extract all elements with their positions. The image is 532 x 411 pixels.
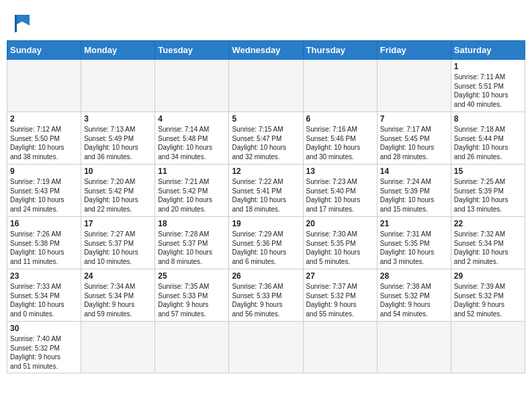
weekday-header-monday: Monday <box>81 41 155 60</box>
calendar-cell <box>155 60 229 112</box>
calendar-cell <box>229 322 303 373</box>
calendar-cell: 6Sunrise: 7:16 AM Sunset: 5:46 PM Daylig… <box>303 112 377 165</box>
calendar-cell <box>155 322 229 373</box>
cell-sun-info: Sunrise: 7:27 AM Sunset: 5:37 PM Dayligh… <box>84 230 152 266</box>
day-number: 25 <box>158 271 226 281</box>
day-number: 5 <box>232 114 300 124</box>
day-number: 11 <box>158 167 226 176</box>
weekday-header-sunday: Sunday <box>7 41 81 60</box>
weekday-header-thursday: Thursday <box>303 41 377 60</box>
logo <box>11 11 39 35</box>
calendar-cell: 17Sunrise: 7:27 AM Sunset: 5:37 PM Dayli… <box>81 217 155 269</box>
day-number: 23 <box>10 271 78 281</box>
calendar-cell: 23Sunrise: 7:33 AM Sunset: 5:34 PM Dayli… <box>7 269 81 322</box>
cell-sun-info: Sunrise: 7:39 AM Sunset: 5:32 PM Dayligh… <box>454 282 522 318</box>
calendar-cell: 7Sunrise: 7:17 AM Sunset: 5:45 PM Daylig… <box>377 112 451 165</box>
header <box>0 0 532 40</box>
calendar-cell: 2Sunrise: 7:12 AM Sunset: 5:50 PM Daylig… <box>7 112 81 165</box>
calendar-cell <box>81 322 155 373</box>
calendar-cell <box>377 60 451 112</box>
calendar-cell: 8Sunrise: 7:18 AM Sunset: 5:44 PM Daylig… <box>451 112 525 165</box>
cell-sun-info: Sunrise: 7:21 AM Sunset: 5:42 PM Dayligh… <box>158 177 226 214</box>
cell-sun-info: Sunrise: 7:14 AM Sunset: 5:48 PM Dayligh… <box>158 125 226 161</box>
calendar-cell: 5Sunrise: 7:15 AM Sunset: 5:47 PM Daylig… <box>229 112 303 165</box>
calendar-cell: 22Sunrise: 7:32 AM Sunset: 5:34 PM Dayli… <box>451 217 525 269</box>
day-number: 29 <box>454 271 522 281</box>
day-number: 9 <box>10 167 78 176</box>
cell-sun-info: Sunrise: 7:25 AM Sunset: 5:39 PM Dayligh… <box>454 177 522 214</box>
day-number: 6 <box>306 114 374 124</box>
calendar-cell: 26Sunrise: 7:36 AM Sunset: 5:33 PM Dayli… <box>229 269 303 322</box>
calendar: SundayMondayTuesdayWednesdayThursdayFrid… <box>0 40 532 411</box>
cell-sun-info: Sunrise: 7:24 AM Sunset: 5:39 PM Dayligh… <box>380 177 448 214</box>
calendar-cell: 20Sunrise: 7:30 AM Sunset: 5:35 PM Dayli… <box>303 217 377 269</box>
generalblue-logo-icon <box>11 11 35 35</box>
calendar-row: 23Sunrise: 7:33 AM Sunset: 5:34 PM Dayli… <box>7 269 525 322</box>
page: SundayMondayTuesdayWednesdayThursdayFrid… <box>0 0 532 411</box>
day-number: 22 <box>454 219 522 228</box>
cell-sun-info: Sunrise: 7:38 AM Sunset: 5:32 PM Dayligh… <box>380 282 448 318</box>
calendar-cell: 16Sunrise: 7:26 AM Sunset: 5:38 PM Dayli… <box>7 217 81 269</box>
calendar-cell: 19Sunrise: 7:29 AM Sunset: 5:36 PM Dayli… <box>229 217 303 269</box>
calendar-cell: 13Sunrise: 7:23 AM Sunset: 5:40 PM Dayli… <box>303 165 377 217</box>
day-number: 12 <box>232 167 300 176</box>
calendar-cell: 24Sunrise: 7:34 AM Sunset: 5:34 PM Dayli… <box>81 269 155 322</box>
calendar-row: 1Sunrise: 7:11 AM Sunset: 5:51 PM Daylig… <box>7 60 525 112</box>
weekday-header-saturday: Saturday <box>451 41 525 60</box>
calendar-row: 16Sunrise: 7:26 AM Sunset: 5:38 PM Dayli… <box>7 217 525 269</box>
calendar-cell: 18Sunrise: 7:28 AM Sunset: 5:37 PM Dayli… <box>155 217 229 269</box>
day-number: 10 <box>84 167 152 176</box>
calendar-cell: 10Sunrise: 7:20 AM Sunset: 5:42 PM Dayli… <box>81 165 155 217</box>
day-number: 26 <box>232 271 300 281</box>
cell-sun-info: Sunrise: 7:23 AM Sunset: 5:40 PM Dayligh… <box>306 177 374 214</box>
day-number: 24 <box>84 271 152 281</box>
calendar-row: 9Sunrise: 7:19 AM Sunset: 5:43 PM Daylig… <box>7 165 525 217</box>
calendar-cell <box>303 60 377 112</box>
day-number: 20 <box>306 219 374 228</box>
cell-sun-info: Sunrise: 7:17 AM Sunset: 5:45 PM Dayligh… <box>380 125 448 161</box>
calendar-cell <box>303 322 377 373</box>
calendar-row: 30Sunrise: 7:40 AM Sunset: 5:32 PM Dayli… <box>7 322 525 373</box>
cell-sun-info: Sunrise: 7:35 AM Sunset: 5:33 PM Dayligh… <box>158 282 226 318</box>
calendar-cell: 1Sunrise: 7:11 AM Sunset: 5:51 PM Daylig… <box>451 60 525 112</box>
cell-sun-info: Sunrise: 7:22 AM Sunset: 5:41 PM Dayligh… <box>232 177 300 214</box>
weekday-row: SundayMondayTuesdayWednesdayThursdayFrid… <box>7 41 525 60</box>
day-number: 28 <box>380 271 448 281</box>
calendar-cell: 11Sunrise: 7:21 AM Sunset: 5:42 PM Dayli… <box>155 165 229 217</box>
day-number: 18 <box>158 219 226 228</box>
day-number: 7 <box>380 114 448 124</box>
calendar-cell: 30Sunrise: 7:40 AM Sunset: 5:32 PM Dayli… <box>7 322 81 373</box>
day-number: 1 <box>454 62 522 71</box>
day-number: 13 <box>306 167 374 176</box>
day-number: 4 <box>158 114 226 124</box>
cell-sun-info: Sunrise: 7:29 AM Sunset: 5:36 PM Dayligh… <box>232 230 300 266</box>
cell-sun-info: Sunrise: 7:19 AM Sunset: 5:43 PM Dayligh… <box>10 177 78 214</box>
calendar-cell <box>229 60 303 112</box>
cell-sun-info: Sunrise: 7:30 AM Sunset: 5:35 PM Dayligh… <box>306 230 374 266</box>
calendar-cell: 29Sunrise: 7:39 AM Sunset: 5:32 PM Dayli… <box>451 269 525 322</box>
day-number: 2 <box>10 114 78 124</box>
calendar-header: SundayMondayTuesdayWednesdayThursdayFrid… <box>7 41 525 60</box>
calendar-cell <box>377 322 451 373</box>
cell-sun-info: Sunrise: 7:28 AM Sunset: 5:37 PM Dayligh… <box>158 230 226 266</box>
day-number: 19 <box>232 219 300 228</box>
day-number: 21 <box>380 219 448 228</box>
calendar-cell <box>7 60 81 112</box>
calendar-table: SundayMondayTuesdayWednesdayThursdayFrid… <box>7 40 525 373</box>
cell-sun-info: Sunrise: 7:36 AM Sunset: 5:33 PM Dayligh… <box>232 282 300 318</box>
cell-sun-info: Sunrise: 7:37 AM Sunset: 5:32 PM Dayligh… <box>306 282 374 318</box>
calendar-cell: 4Sunrise: 7:14 AM Sunset: 5:48 PM Daylig… <box>155 112 229 165</box>
day-number: 16 <box>10 219 78 228</box>
day-number: 8 <box>454 114 522 124</box>
calendar-cell: 12Sunrise: 7:22 AM Sunset: 5:41 PM Dayli… <box>229 165 303 217</box>
calendar-body: 1Sunrise: 7:11 AM Sunset: 5:51 PM Daylig… <box>7 60 525 373</box>
cell-sun-info: Sunrise: 7:13 AM Sunset: 5:49 PM Dayligh… <box>84 125 152 161</box>
calendar-cell <box>81 60 155 112</box>
day-number: 3 <box>84 114 152 124</box>
cell-sun-info: Sunrise: 7:16 AM Sunset: 5:46 PM Dayligh… <box>306 125 374 161</box>
calendar-cell: 3Sunrise: 7:13 AM Sunset: 5:49 PM Daylig… <box>81 112 155 165</box>
calendar-cell: 14Sunrise: 7:24 AM Sunset: 5:39 PM Dayli… <box>377 165 451 217</box>
cell-sun-info: Sunrise: 7:33 AM Sunset: 5:34 PM Dayligh… <box>10 282 78 318</box>
cell-sun-info: Sunrise: 7:31 AM Sunset: 5:35 PM Dayligh… <box>380 230 448 266</box>
cell-sun-info: Sunrise: 7:34 AM Sunset: 5:34 PM Dayligh… <box>84 282 152 318</box>
